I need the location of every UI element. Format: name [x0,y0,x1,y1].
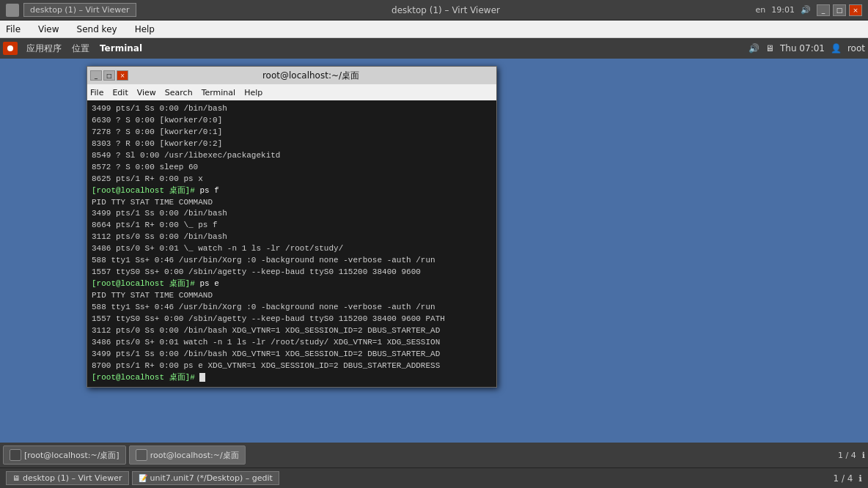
status-label-2: unit7.unit7 (*/Desktop) – gedit [150,473,273,483]
virt-status-bar: 🖥 desktop (1) – Virt Viewer 📝 unit7.unit… [0,467,868,488]
terminal-line-3: 7278 ? S 0:00 [kworker/0:1] [92,127,492,138]
terminal-line-12: 588 tty1 Ss+ 0:46 /usr/bin/Xorg :0 -back… [92,255,492,267]
terminal-line-19: 8700 pts/1 R+ 0:00 ps e XDG_VTNR=1 XDG_S… [92,361,492,372]
virt-main-title: desktop (1) – Virt Viewer [391,5,500,15]
tmenu-edit[interactable]: Edit [112,88,128,97]
panel-right: 🔊 🖥 Thu 07:01 👤 root [749,43,865,53]
virt-menu-view[interactable]: View [35,23,62,36]
lang-indicator: en [756,5,766,15]
status-info-icon[interactable]: ℹ [858,473,862,484]
taskbar-info-icon[interactable]: ℹ [862,451,865,460]
terminal-line-2: 6630 ? S 0:00 [kworker/0:0] [92,115,492,127]
panel-applications[interactable]: 应用程序 [22,41,66,56]
terminal-line-8: 3499 pts/1 Ss 0:00 /bin/bash [92,208,492,220]
terminal-close-btn[interactable]: × [117,70,128,81]
terminal-line-11: 3486 pts/0 S+ 0:01 \_ watch -n 1 ls -lr … [92,243,492,255]
lang-info: en 19:01 🔊 _ □ × [756,4,862,16]
terminal-title: root@localhost:~/桌面 [128,70,493,82]
tmenu-search[interactable]: Search [165,88,193,97]
panel-volume-icon[interactable]: 🔊 [749,43,760,53]
taskbar-item-1[interactable]: [root@localhost:~/桌面] [3,446,126,465]
terminal-line-16: 3112 pts/0 Ss 0:00 /bin/bash XDG_VTNR=1 … [92,325,492,337]
terminal-line-14: 588 tty1 Ss+ 0:46 /usr/bin/Xorg :0 -back… [92,302,492,314]
status-right: 1 / 4 ℹ [833,473,862,484]
terminal-line-13: 1557 ttyS0 Ss+ 0:00 /sbin/agetty --keep-… [92,267,492,278]
panel-logo [7,45,13,51]
virt-menu-sendkey[interactable]: Send key [74,23,120,36]
taskbar-item-2[interactable]: root@localhost:~/桌面 [129,446,246,465]
terminal-line-6: 8572 ? S 0:00 sleep 60 [92,162,492,174]
panel-screen-icon[interactable]: 🖥 [765,43,774,53]
virt-menu-help[interactable]: Help [132,23,158,36]
terminal-line-7: 8625 pts/1 R+ 0:00 ps x [92,174,492,185]
time-indicator: 19:01 [771,5,795,15]
terminal-minimize-btn[interactable]: _ [90,70,102,81]
close-button[interactable]: × [849,4,862,16]
taskbar-terminal-icon-1 [10,449,21,461]
terminal-prompt-2: [root@localhost 桌面]# ps e [92,278,492,290]
status-item-1[interactable]: 🖥 desktop (1) – Virt Viewer [6,471,129,485]
terminal-line-5: 8549 ? Sl 0:00 /usr/libexec/packagekitd [92,150,492,162]
tmenu-terminal[interactable]: Terminal [202,88,236,97]
status-icon-1: 🖥 [12,474,20,482]
terminal-line-4: 8303 ? R 0:00 [kworker/0:2] [92,138,492,150]
volume-icon[interactable]: 🔊 [801,5,811,15]
terminal-line-18: 3499 pts/1 Ss 0:00 /bin/bash XDG_VTNR=1 … [92,349,492,361]
terminal-prompt-1: [root@localhost 桌面]# ps f [92,185,492,197]
terminal-line-17: 3486 pts/0 S+ 0:01 watch -n 1 ls -lr /ro… [92,337,492,349]
taskbar-label-2: root@localhost:~/桌面 [150,450,239,461]
guest-taskbar: [root@localhost:~/桌面] root@localhost:~/桌… [0,443,868,467]
terminal-line-9: 8664 pts/1 R+ 0:00 \_ ps f [92,220,492,232]
terminal-menu-bar: File Edit View Search Terminal Help [87,84,496,100]
taskbar-terminal-icon-2 [136,449,147,461]
panel-terminal[interactable]: Terminal [95,42,147,55]
status-left: 🖥 desktop (1) – Virt Viewer 📝 unit7.unit… [6,471,279,485]
status-page-info: 1 / 4 [833,473,853,484]
guest-desktop: 应用程序 位置 Terminal 🔊 🖥 Thu 07:01 👤 root [0,38,868,467]
terminal-title-bar: _ □ × root@localhost:~/桌面 [87,67,496,84]
terminal-window: _ □ × root@localhost:~/桌面 File Edit View… [87,66,497,388]
virt-menu-file[interactable]: File [3,23,23,36]
gnome-panel: 应用程序 位置 Terminal 🔊 🖥 Thu 07:01 👤 root [0,38,868,59]
terminal-content[interactable]: 3499 pts/1 Ss 0:00 /bin/bash 6630 ? S 0:… [87,100,496,387]
virt-viewer-window: desktop (1) – Virt Viewer desktop (1) – … [0,0,868,488]
taskbar-label-1: [root@localhost:~/桌面] [24,450,119,461]
virt-menu-bar: File View Send key Help [0,21,868,38]
tmenu-view[interactable]: View [137,88,156,97]
status-label-1: desktop (1) – Virt Viewer [23,473,122,483]
terminal-line-15: 1557 ttyS0 Ss+ 0:00 /sbin/agetty --keep-… [92,314,492,325]
virt-title-bar: desktop (1) – Virt Viewer desktop (1) – … [0,0,868,21]
terminal-prompt-3: [root@localhost 桌面]# [92,372,492,384]
terminal-win-buttons: _ □ × [90,70,128,81]
taskbar-right: 1 / 4 ℹ [838,451,865,460]
panel-app-button[interactable] [3,42,18,55]
terminal-header-2: PID TTY STAT TIME COMMAND [92,290,492,302]
virt-window-tab[interactable]: desktop (1) – Virt Viewer [23,3,136,17]
terminal-line-1: 3499 pts/1 Ss 0:00 /bin/bash [92,103,492,115]
panel-time: Thu 07:01 [780,43,825,53]
terminal-header-1: PID TTY STAT TIME COMMAND [92,197,492,209]
panel-user: root [847,43,865,53]
tmenu-file[interactable]: File [90,88,103,97]
taskbar-page-info: 1 / 4 [838,451,856,460]
panel-places[interactable]: 位置 [67,41,94,56]
status-item-2[interactable]: 📝 unit7.unit7 (*/Desktop) – gedit [132,471,279,485]
maximize-button[interactable]: □ [833,4,846,16]
terminal-maximize-btn[interactable]: □ [103,70,115,81]
status-icon-2: 📝 [139,474,147,482]
panel-user-icon[interactable]: 👤 [831,43,842,53]
tmenu-help[interactable]: Help [244,88,262,97]
minimize-button[interactable]: _ [817,4,830,16]
panel-left: 应用程序 位置 Terminal [3,41,147,56]
terminal-line-10: 3112 pts/0 Ss 0:00 /bin/bash [92,232,492,243]
win-controls: _ □ × [817,4,862,16]
